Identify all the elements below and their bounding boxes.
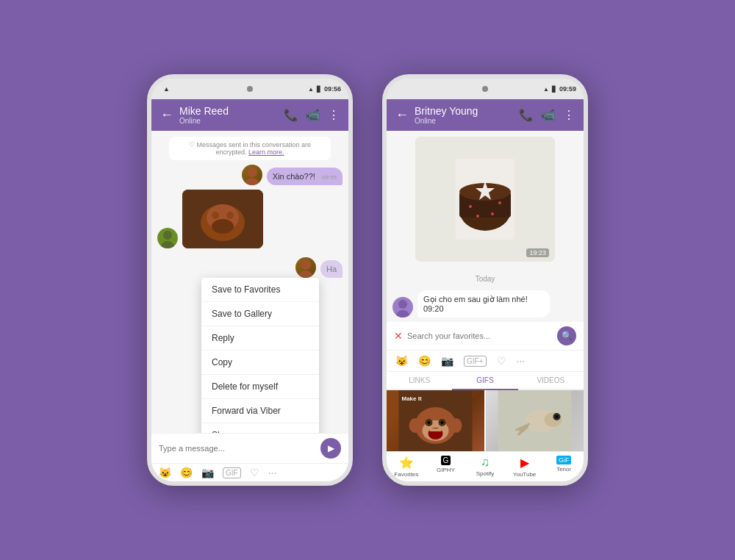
favorites-search-input[interactable] (407, 331, 553, 340)
date-divider: Today (387, 272, 584, 286)
back-button-left[interactable]: ← (160, 107, 173, 123)
camera-icon-left[interactable]: 📷 (201, 467, 214, 478)
tab-links[interactable]: LINKS (387, 372, 452, 389)
media-tabs: LINKS GIFS VIDEOS (387, 372, 584, 390)
more-icon-left[interactable]: ··· (268, 467, 277, 478)
right-status-bar: ▲ ▊ 09:59 (387, 79, 584, 99)
cat-icon[interactable]: 😺 (395, 355, 408, 367)
left-toolbar: 😺 😊 📷 GIF ♡ ··· (151, 463, 348, 481)
svg-point-0 (247, 167, 257, 177)
avatar-img-2 (157, 228, 178, 248)
sent-message-1: Xin chào??! 09:55 (157, 165, 343, 185)
svg-rect-34 (430, 428, 442, 431)
camera-dot (247, 86, 253, 92)
context-share[interactable]: Share (201, 423, 319, 433)
gif-icon-left[interactable]: GIF (223, 467, 241, 478)
context-forward[interactable]: Forward via Viber (201, 399, 319, 423)
context-save-favorites[interactable]: Save to Favorites (201, 278, 319, 302)
sender-avatar-left (242, 165, 262, 185)
left-message-input[interactable] (159, 444, 316, 453)
tab-gifs[interactable]: GIFS (452, 372, 517, 390)
search-bar: ✕ 🔍 (387, 322, 584, 351)
svg-point-21 (491, 212, 494, 215)
phone-call-icon-right[interactable]: 📞 (519, 108, 534, 122)
gif-grid: Make It (387, 390, 584, 451)
more-icon-right[interactable]: ··· (517, 355, 526, 367)
more-options-icon-right[interactable]: ⋮ (563, 108, 575, 122)
app-bar-spotify[interactable]: ♫ Spotify (465, 452, 505, 481)
left-chat-body: ♡ Messages sent in this conversation are… (151, 131, 348, 433)
right-chat-body: 19:23 Today Gọi cho em sau giờ làm nhé! … (387, 131, 584, 451)
battery-icon-left: ▊ (317, 86, 321, 93)
svg-point-20 (498, 201, 501, 204)
app-bar-favorites[interactable]: ⭐ Favorites (387, 452, 426, 481)
face-icon[interactable]: 😊 (418, 355, 431, 367)
favorites-panel: ✕ 🔍 😺 😊 📷 GIF+ ♡ ··· LINKS GIFS VIDEOS (387, 322, 584, 451)
left-header-info: Mike Reed Online (179, 105, 278, 125)
right-contact-name: Britney Young (415, 105, 513, 117)
svg-point-42 (556, 415, 559, 418)
favorites-label: Favorites (394, 471, 418, 478)
context-reply[interactable]: Reply (201, 326, 319, 351)
camera-icon-right[interactable]: 📷 (441, 355, 453, 367)
search-button[interactable]: 🔍 (557, 326, 576, 345)
left-phone: ▲ ▲ ▊ 09:56 ← Mike Reed Online 📞 📹 ⋮ ♡ M… (147, 74, 353, 486)
left-status-bar: ▲ ▲ ▊ 09:56 (151, 79, 348, 99)
app-bar-tenor[interactable]: GiF Tenor (544, 452, 584, 481)
youtube-label: YouTube (513, 471, 536, 478)
camera-dot-right (482, 86, 488, 92)
phone-call-icon-left[interactable]: 📞 (284, 108, 298, 122)
learn-more-link[interactable]: Learn more. (248, 148, 284, 156)
sticker-icon-left[interactable]: 😊 (180, 467, 193, 478)
gif-cell-1[interactable]: Make It (387, 390, 484, 451)
right-header-info: Britney Young Online (415, 105, 513, 125)
left-send-button[interactable]: ▶ (320, 438, 341, 459)
right-app-bar: ⭐ Favorites G GIPHY ♫ Spotify ▶ YouTube … (387, 451, 584, 481)
svg-point-35 (409, 418, 421, 433)
svg-point-24 (398, 300, 407, 309)
app-bar-giphy[interactable]: G GIPHY (426, 452, 466, 481)
gif-plus-icon[interactable]: GIF+ (464, 356, 487, 367)
gif-cell-2[interactable] (486, 390, 584, 451)
giphy-icon: G (441, 456, 451, 465)
svg-point-32 (441, 421, 444, 424)
left-contact-name: Mike Reed (179, 105, 278, 117)
svg-point-3 (163, 231, 172, 240)
heart-icon-left[interactable]: ♡ (250, 467, 259, 478)
right-header-actions: 📞 📹 ⋮ (519, 108, 575, 122)
context-copy[interactable]: Copy (201, 351, 319, 375)
receiver-avatar-left (157, 228, 178, 248)
sent-bubble-1: Xin chào??! 09:55 (267, 168, 343, 185)
back-button-right[interactable]: ← (395, 107, 409, 123)
context-delete[interactable]: Delete for myself (201, 375, 319, 399)
left-contact-status: Online (179, 117, 278, 125)
emoji-icon-left[interactable]: 😺 (159, 467, 171, 478)
time-left: 09:56 (324, 85, 341, 93)
video-call-icon-right[interactable]: 📹 (541, 108, 556, 122)
photo-preview (415, 137, 555, 262)
tab-videos[interactable]: VIDEOS (518, 372, 584, 389)
photo-timestamp: 19:23 (526, 248, 549, 257)
app-bar-youtube[interactable]: ▶ YouTube (505, 452, 545, 481)
svg-point-19 (469, 205, 472, 208)
svg-point-1 (245, 178, 259, 185)
more-options-icon-left[interactable]: ⋮ (328, 108, 340, 122)
image-bubble[interactable] (182, 190, 263, 248)
svg-point-11 (301, 259, 311, 270)
image-message-row (157, 190, 343, 248)
right-avatar-img (392, 297, 413, 317)
video-call-icon-left[interactable]: 📹 (306, 108, 320, 122)
wifi-icon-right: ▲ (543, 86, 549, 93)
context-save-gallery[interactable]: Save to Gallery (201, 302, 319, 326)
battery-icon-right: ▊ (552, 86, 556, 93)
left-input-area: ▶ (151, 433, 348, 463)
clear-search-icon[interactable]: ✕ (394, 330, 403, 342)
right-phone: ▲ ▊ 09:59 ← Britney Young Online 📞 📹 ⋮ (382, 74, 588, 486)
heart-icon-right[interactable]: ♡ (497, 355, 506, 367)
gif-preview-1: Make It (387, 390, 484, 451)
tenor-label: Tenor (556, 466, 571, 473)
time-right: 09:59 (559, 85, 576, 93)
sender-avatar-left-2 (295, 257, 316, 278)
spotify-label: Spotify (476, 470, 494, 477)
svg-point-31 (428, 421, 431, 424)
